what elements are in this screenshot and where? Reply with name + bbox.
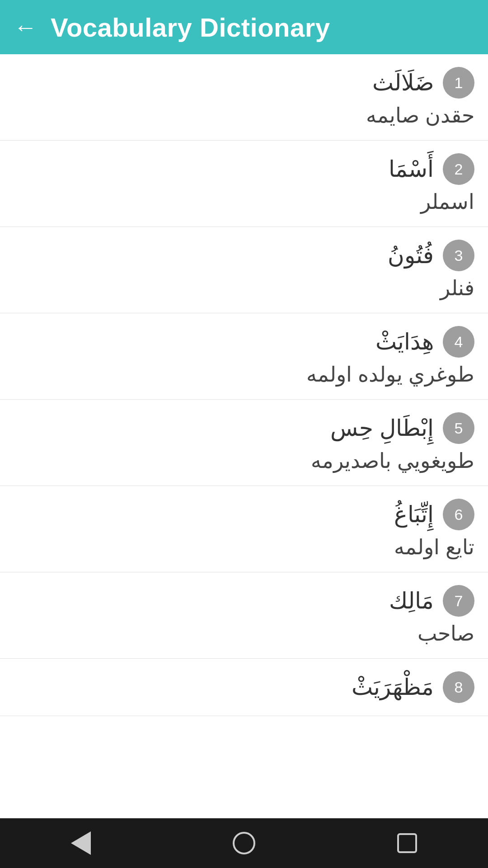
back-button[interactable]: ← [14,14,37,41]
arabic-word: إِتِّبَاغُ [394,501,434,528]
vocab-item[interactable]: مَظْهَرَيَثْ8 [0,659,488,716]
bottom-navigation [0,818,488,868]
vocab-item[interactable]: هِدَايَثْ4طوغري يولده اولمه [0,313,488,400]
vocab-item[interactable]: مَالِك7صاحب [0,572,488,659]
app-header: ← Vocabulary Dictionary [0,0,488,54]
number-badge: 8 [443,671,474,703]
vocab-item[interactable]: أَسْمَا2اسملر [0,141,488,227]
translation-text: طويغويي باصديرمه [14,448,474,473]
nav-recents-button[interactable] [397,833,417,853]
number-badge: 5 [443,412,474,444]
translation-text: حقدن صايمه [14,103,474,127]
nav-home-button[interactable] [233,832,255,854]
vocab-item[interactable]: إِتِّبَاغُ6تايع اولمه [0,486,488,572]
arabic-word: إِبْطَالِ حِس [330,415,434,441]
arabic-word: هِدَايَثْ [375,329,434,355]
arabic-word: فُتُونُ [388,242,434,269]
number-badge: 6 [443,499,474,530]
number-badge: 7 [443,585,474,617]
vocabulary-list: ضَلَالَث1حقدن صايمهأَسْمَا2اسملرفُتُونُ3… [0,54,488,818]
vocab-item[interactable]: ضَلَالَث1حقدن صايمه [0,54,488,141]
vocab-item[interactable]: فُتُونُ3فنلر [0,227,488,313]
translation-text: تايع اولمه [14,535,474,559]
page-title: Vocabulary Dictionary [51,12,330,42]
arabic-word: أَسْمَا [389,156,434,182]
arabic-word: ضَلَالَث [372,70,434,96]
arabic-word: مَالِك [389,588,434,614]
translation-text: طوغري يولده اولمه [14,362,474,387]
number-badge: 3 [443,240,474,271]
arabic-word: مَظْهَرَيَثْ [352,674,434,700]
number-badge: 1 [443,67,474,99]
translation-text: فنلر [14,276,474,300]
number-badge: 4 [443,326,474,358]
number-badge: 2 [443,153,474,185]
translation-text: صاحب [14,621,474,646]
nav-back-button[interactable] [71,831,91,855]
vocab-item[interactable]: إِبْطَالِ حِس5طويغويي باصديرمه [0,400,488,486]
translation-text: اسملر [14,189,474,214]
